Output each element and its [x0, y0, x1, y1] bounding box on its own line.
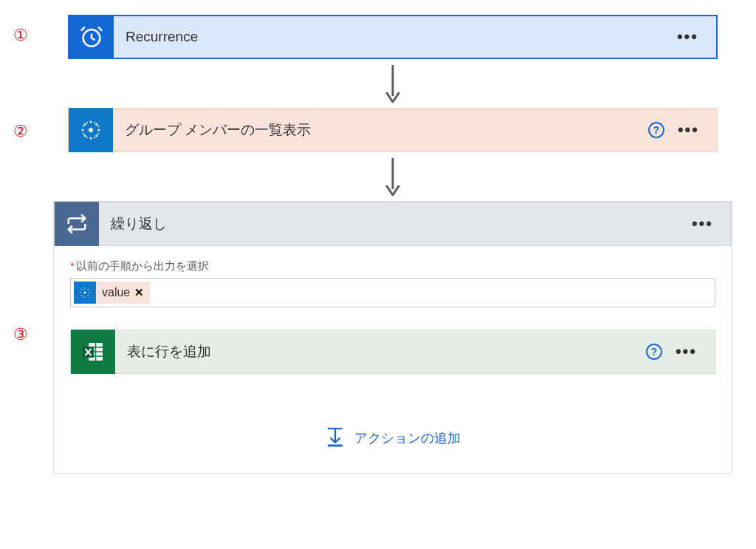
svg-point-13 [83, 126, 84, 127]
annotation-2: ② [13, 122, 28, 141]
svg-point-23 [80, 292, 80, 293]
svg-point-15 [83, 133, 84, 134]
add-row-more-icon[interactable]: ••• [676, 342, 697, 361]
svg-point-11 [86, 122, 88, 123]
token-azure-icon [74, 282, 96, 304]
loop-input-label: *以前の手順から出力を選択 [70, 259, 715, 273]
svg-point-20 [83, 291, 86, 293]
loop-card: 繰り返し ••• *以前の手順から出力を選択 [53, 201, 732, 474]
svg-point-7 [84, 123, 86, 126]
list-members-card[interactable]: グループ メンバーの一覧表示 ? ••• [68, 108, 718, 152]
svg-point-6 [98, 129, 100, 132]
list-members-help-icon[interactable]: ? [648, 122, 664, 138]
svg-point-3 [90, 121, 92, 123]
annotation-3: ③ [13, 325, 28, 344]
svg-point-10 [95, 134, 97, 137]
recurrence-card[interactable]: Recurrence ••• [68, 15, 718, 59]
loop-header[interactable]: 繰り返し ••• [54, 202, 732, 246]
svg-point-26 [88, 289, 89, 290]
svg-point-25 [81, 289, 82, 290]
loop-icon [55, 202, 99, 246]
recurrence-icon [69, 15, 114, 59]
svg-point-12 [94, 122, 95, 123]
svg-point-16 [97, 133, 99, 134]
recurrence-more-icon[interactable]: ••• [677, 27, 698, 47]
svg-point-17 [86, 137, 88, 138]
add-action-icon [325, 426, 346, 451]
add-action-button[interactable]: アクションの追加 [54, 426, 732, 451]
svg-point-21 [84, 287, 85, 288]
arrow-2 [384, 157, 402, 197]
value-token[interactable]: value ✕ [74, 282, 150, 304]
svg-point-18 [94, 137, 95, 138]
recurrence-title: Recurrence [114, 29, 677, 45]
svg-point-27 [81, 296, 82, 296]
add-row-card[interactable]: 表に行を追加 ? ••• [70, 330, 715, 374]
list-members-title: グループ メンバーの一覧表示 [113, 120, 648, 140]
loop-title: 繰り返し [99, 214, 692, 233]
list-members-more-icon[interactable]: ••• [678, 120, 699, 140]
add-row-help-icon[interactable]: ? [646, 344, 662, 360]
token-text: value [102, 286, 130, 299]
svg-point-28 [88, 296, 89, 296]
excel-icon [71, 330, 115, 374]
add-action-label: アクションの追加 [354, 429, 461, 447]
svg-point-22 [84, 296, 85, 297]
add-row-title: 表に行を追加 [115, 342, 646, 361]
svg-point-14 [97, 126, 99, 127]
arrow-1 [384, 64, 402, 103]
svg-point-4 [90, 137, 92, 140]
azure-ad-icon [69, 108, 113, 152]
svg-point-5 [82, 129, 84, 132]
token-remove-icon[interactable]: ✕ [134, 286, 144, 299]
annotation-1: ① [13, 26, 28, 45]
svg-point-2 [89, 128, 93, 132]
svg-point-9 [84, 134, 86, 137]
loop-input-field[interactable]: value ✕ [70, 278, 715, 307]
loop-more-icon[interactable]: ••• [692, 214, 713, 233]
svg-point-8 [95, 123, 97, 126]
svg-point-24 [89, 292, 89, 293]
